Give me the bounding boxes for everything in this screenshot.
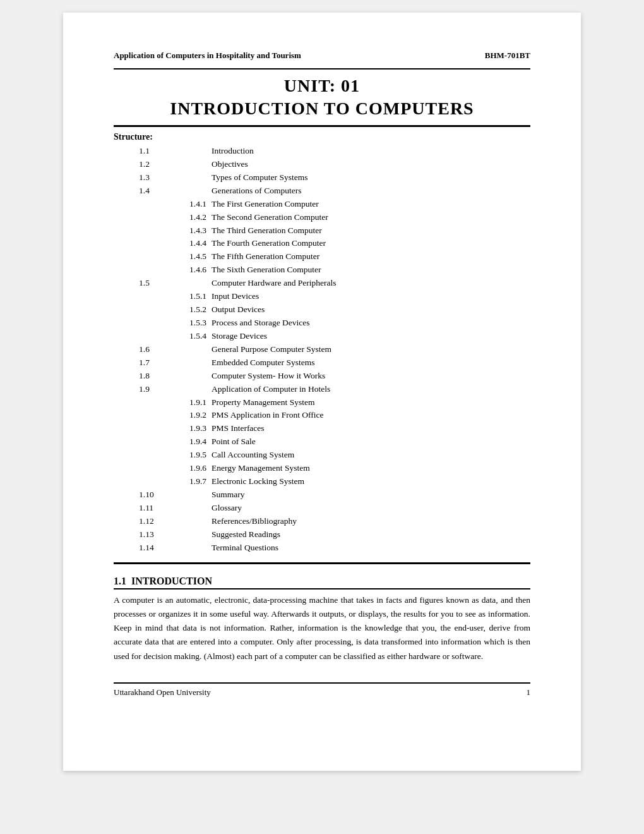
toc-sub-row: 1.4.1The First Generation Computer — [114, 198, 530, 211]
toc-item-text: Suggested Readings — [212, 528, 530, 541]
footer-university: Uttarakhand Open University — [114, 687, 211, 698]
toc-item-number: 1.10 — [114, 488, 212, 502]
toc-sub-item-text: Output Devices — [212, 303, 530, 317]
page-footer: Uttarakhand Open University 1 — [114, 682, 530, 698]
toc-item-number: 1.9 — [114, 383, 212, 396]
toc-row: 1.5Computer Hardware and Peripherals — [114, 277, 530, 290]
toc-sub-row: 1.9.4Point of Sale — [114, 435, 530, 449]
toc-sub-row: 1.9.1Property Management System — [114, 396, 530, 409]
toc-item-text: Terminal Questions — [212, 541, 530, 555]
header-divider — [114, 68, 530, 70]
toc-row: 1.1Introduction — [114, 145, 530, 158]
toc-sub-row: 1.5.1Input Devices — [114, 290, 530, 303]
toc-sub-item-text: The Fourth Generation Computer — [212, 237, 530, 250]
toc-row: 1.10Summary — [114, 488, 530, 502]
toc-sub-row: 1.9.3PMS Interfaces — [114, 422, 530, 435]
toc-item-number: 1.12 — [114, 515, 212, 528]
toc-item-number: 1.1 — [114, 145, 212, 158]
toc-item-text: Summary — [212, 488, 530, 502]
toc-sub-item-text: The Fifth Generation Computer — [212, 250, 530, 263]
intro-paragraph: A computer is an automatic, electronic, … — [114, 593, 530, 663]
toc-item-text: Application of Computer in Hotels — [212, 383, 530, 396]
toc-sub-item-number: 1.4.3 — [114, 224, 212, 238]
toc-item-number: 1.7 — [114, 356, 212, 370]
footer-page: 1 — [527, 687, 531, 698]
toc-item-text: Embedded Computer Systems — [212, 356, 530, 370]
toc-table: 1.1Introduction1.2Objectives1.3Types of … — [114, 145, 530, 555]
toc-item-number: 1.14 — [114, 541, 212, 555]
toc-sub-item-text: PMS Interfaces — [212, 422, 530, 435]
toc-sub-item-text: Point of Sale — [212, 435, 530, 449]
toc-sub-item-number: 1.4.4 — [114, 237, 212, 250]
toc-row: 1.7Embedded Computer Systems — [114, 356, 530, 370]
toc-sub-item-text: The Sixth Generation Computer — [212, 263, 530, 277]
toc-sub-row: 1.4.4The Fourth Generation Computer — [114, 237, 530, 250]
toc-row: 1.12References/Bibliography — [114, 515, 530, 528]
toc-item-number: 1.6 — [114, 343, 212, 356]
toc-sub-item-number: 1.5.4 — [114, 330, 212, 343]
toc-row: 1.11Glossary — [114, 502, 530, 515]
toc-sub-item-number: 1.4.2 — [114, 211, 212, 224]
toc-sub-row: 1.5.3Process and Storage Devices — [114, 317, 530, 330]
toc-item-text: Types of Computer Systems — [212, 171, 530, 184]
toc-sub-row: 1.4.2The Second Generation Computer — [114, 211, 530, 224]
toc-item-number: 1.8 — [114, 370, 212, 383]
intro-section-header: 1.1 INTRODUCTION — [114, 576, 530, 589]
toc-item-text: Computer Hardware and Peripherals — [212, 277, 530, 290]
toc-item-text: Introduction — [212, 145, 530, 158]
toc-row: 1.2Objectives — [114, 158, 530, 171]
toc-sub-item-text: The Second Generation Computer — [212, 211, 530, 224]
toc-row: 1.3Types of Computer Systems — [114, 171, 530, 184]
toc-sub-item-text: The First Generation Computer — [212, 198, 530, 211]
toc-sub-row: 1.4.6The Sixth Generation Computer — [114, 263, 530, 277]
toc-sub-item-text: Input Devices — [212, 290, 530, 303]
toc-item-number: 1.11 — [114, 502, 212, 515]
toc-item-number: 1.3 — [114, 171, 212, 184]
page-header: Application of Computers in Hospitality … — [114, 51, 530, 64]
toc-sub-item-text: Call Accounting System — [212, 449, 530, 462]
toc-sub-item-number: 1.4.6 — [114, 263, 212, 277]
toc-sub-row: 1.5.4Storage Devices — [114, 330, 530, 343]
toc-sub-row: 1.4.3The Third Generation Computer — [114, 224, 530, 238]
toc-item-text: Generations of Computers — [212, 184, 530, 198]
unit-title-line2: INTRODUCTION TO COMPUTERS — [114, 99, 530, 119]
toc-sub-item-text: PMS Application in Front Office — [212, 409, 530, 422]
toc-sub-item-text: Process and Storage Devices — [212, 317, 530, 330]
toc-sub-item-number: 1.9.4 — [114, 435, 212, 449]
toc-sub-item-number: 1.9.3 — [114, 422, 212, 435]
toc-item-text: Computer System- How it Works — [212, 370, 530, 383]
header-course: Application of Computers in Hospitality … — [114, 51, 301, 61]
toc-row: 1.14Terminal Questions — [114, 541, 530, 555]
toc-sub-row: 1.9.6Energy Management System — [114, 462, 530, 475]
toc-row: 1.13Suggested Readings — [114, 528, 530, 541]
page: Application of Computers in Hospitality … — [63, 13, 581, 771]
toc-sub-item-number: 1.9.2 — [114, 409, 212, 422]
toc-sub-row: 1.4.5The Fifth Generation Computer — [114, 250, 530, 263]
header-code: BHM-701BT — [485, 51, 530, 61]
toc-sub-item-number: 1.5.3 — [114, 317, 212, 330]
structure-label: Structure: — [114, 132, 530, 142]
structure-section: Structure: 1.1Introduction1.2Objectives1… — [114, 125, 530, 564]
toc-sub-row: 1.9.2PMS Application in Front Office — [114, 409, 530, 422]
toc-sub-item-number: 1.9.5 — [114, 449, 212, 462]
toc-row: 1.9Application of Computer in Hotels — [114, 383, 530, 396]
toc-sub-item-number: 1.5.2 — [114, 303, 212, 317]
toc-sub-item-text: Energy Management System — [212, 462, 530, 475]
toc-sub-item-number: 1.5.1 — [114, 290, 212, 303]
toc-item-number: 1.5 — [114, 277, 212, 290]
toc-sub-row: 1.5.2Output Devices — [114, 303, 530, 317]
toc-row: 1.4Generations of Computers — [114, 184, 530, 198]
toc-item-text: Objectives — [212, 158, 530, 171]
toc-item-text: Glossary — [212, 502, 530, 515]
toc-sub-row: 1.9.5Call Accounting System — [114, 449, 530, 462]
toc-sub-item-text: Storage Devices — [212, 330, 530, 343]
toc-row: 1.6General Purpose Computer System — [114, 343, 530, 356]
toc-sub-item-number: 1.4.5 — [114, 250, 212, 263]
toc-sub-row: 1.9.7Electronic Locking System — [114, 475, 530, 488]
toc-sub-item-number: 1.9.1 — [114, 396, 212, 409]
toc-item-number: 1.4 — [114, 184, 212, 198]
toc-item-text: References/Bibliography — [212, 515, 530, 528]
unit-title-line1: UNIT: 01 — [114, 76, 530, 96]
toc-row: 1.8Computer System- How it Works — [114, 370, 530, 383]
toc-sub-item-text: The Third Generation Computer — [212, 224, 530, 238]
